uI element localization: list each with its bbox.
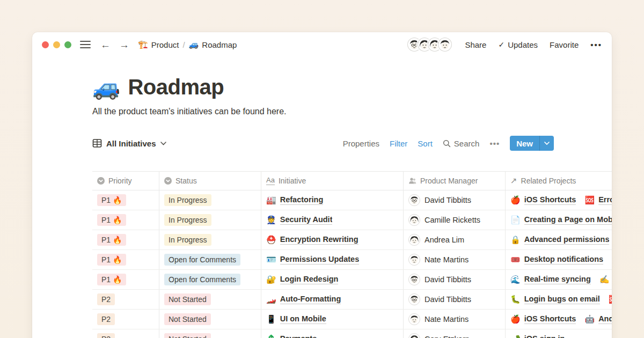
view-more-icon[interactable]: ••• bbox=[489, 139, 500, 148]
priority-cell[interactable]: P1 🔥 bbox=[92, 230, 159, 249]
status-cell[interactable]: In Progress bbox=[159, 210, 261, 230]
initiative-cell: 👮Security Audit bbox=[261, 210, 404, 230]
minimize-window-icon[interactable] bbox=[53, 41, 60, 48]
viewer-avatars[interactable] bbox=[407, 38, 452, 52]
person-chip[interactable]: David Tibbitts bbox=[408, 194, 471, 206]
related-page-link[interactable]: 📄Creating a Page on Mob bbox=[510, 215, 612, 225]
sidebar-menu-icon[interactable] bbox=[80, 41, 91, 48]
related-page-link[interactable]: 🆘 bbox=[609, 295, 612, 304]
initiative-page-link[interactable]: 🪪Permissions Updates bbox=[266, 255, 359, 264]
related-page-link[interactable]: 🆘Erro bbox=[584, 195, 612, 205]
initiative-page-link[interactable]: ⛑️Encryption Rewriting bbox=[266, 235, 358, 245]
sort-button[interactable]: Sort bbox=[418, 139, 433, 148]
forward-arrow-icon[interactable]: → bbox=[119, 40, 129, 50]
priority-cell[interactable]: P1 🔥 bbox=[92, 250, 159, 269]
viewer-avatar[interactable] bbox=[438, 38, 452, 52]
person-chip[interactable]: David Tibbitts bbox=[408, 274, 471, 285]
maximize-window-icon[interactable] bbox=[64, 41, 71, 48]
status-cell[interactable]: In Progress bbox=[159, 230, 261, 249]
table-row: P1 🔥In Progress⛑️Encryption RewritingAnd… bbox=[92, 230, 612, 250]
select-property-icon bbox=[97, 177, 105, 185]
priority-cell[interactable]: P1 🔥 bbox=[92, 270, 159, 289]
column-header-related-projects[interactable]: ↗Related Projects bbox=[506, 172, 612, 190]
related-projects-cell: 🔒Advanced permissions bbox=[506, 230, 612, 249]
status-pill: Not Started bbox=[164, 333, 211, 338]
back-arrow-icon[interactable]: ← bbox=[100, 40, 111, 50]
avatar bbox=[438, 38, 452, 52]
view-switcher[interactable]: All Initiatives bbox=[92, 138, 166, 148]
share-button[interactable]: Share bbox=[465, 40, 486, 49]
person-chip[interactable]: Nate Martins bbox=[408, 254, 469, 266]
filter-button[interactable]: Filter bbox=[390, 139, 407, 148]
initiative-cell: ⛑️Encryption Rewriting bbox=[261, 230, 404, 249]
related-page-link[interactable]: 🎟️Desktop notifications bbox=[510, 255, 603, 264]
priority-cell[interactable]: P1 🔥 bbox=[92, 210, 159, 230]
updates-button[interactable]: ✓ Updates bbox=[498, 40, 538, 49]
related-title: Login bugs on email bbox=[524, 295, 600, 304]
related-icon: 🍎 bbox=[510, 314, 521, 324]
column-header-product-manager[interactable]: Product Manager bbox=[404, 172, 506, 190]
avatar bbox=[408, 234, 420, 246]
initiative-title: Permissions Updates bbox=[280, 255, 359, 264]
initiative-page-link[interactable]: 👮Security Audit bbox=[266, 215, 332, 225]
related-page-link[interactable]: 🐛Login bugs on email bbox=[510, 295, 600, 304]
status-cell[interactable]: In Progress bbox=[159, 190, 261, 210]
priority-cell[interactable]: P2 bbox=[92, 329, 159, 338]
status-cell[interactable]: Open for Comments bbox=[159, 250, 261, 269]
person-chip[interactable]: Camille Ricketts bbox=[408, 214, 480, 226]
initiative-icon: 🏭 bbox=[266, 195, 276, 205]
priority-pill: P1 🔥 bbox=[97, 194, 126, 206]
related-page-link[interactable]: 🥕iOS sign in bbox=[510, 334, 565, 338]
more-options-icon[interactable]: ••• bbox=[590, 40, 602, 49]
person-chip[interactable]: Andrea Lim bbox=[408, 234, 464, 246]
initiative-page-link[interactable]: 🏎️Auto-Formatting bbox=[266, 295, 341, 304]
breadcrumb-item-product[interactable]: 🏗️ Product bbox=[138, 40, 179, 49]
related-page-link[interactable]: 🍎iOS Shortcuts bbox=[510, 195, 576, 205]
related-page-link[interactable]: 🌊Real-time syncing bbox=[510, 275, 591, 284]
new-button[interactable]: New bbox=[510, 136, 554, 151]
status-cell[interactable]: Open for Comments bbox=[159, 270, 261, 289]
properties-button[interactable]: Properties bbox=[343, 139, 379, 148]
page-content: 🚙 Roadmap All the product team's initiat… bbox=[32, 75, 612, 151]
related-page-link[interactable]: ✍️ bbox=[599, 275, 610, 284]
status-cell[interactable]: Not Started bbox=[159, 310, 261, 329]
initiative-cell: 📱UI on Mobile bbox=[261, 310, 404, 329]
initiative-page-link[interactable]: 💲Payments bbox=[266, 334, 317, 338]
related-title: Desktop notifications bbox=[524, 255, 603, 264]
column-header-status[interactable]: Status bbox=[159, 172, 261, 190]
person-name: David Tibbitts bbox=[425, 295, 471, 304]
priority-cell[interactable]: P2 bbox=[92, 310, 159, 329]
related-page-link[interactable]: 🍎iOS Shortcuts bbox=[510, 314, 576, 324]
initiative-cell: 🔐Login Redesign bbox=[261, 270, 404, 289]
status-cell[interactable]: Not Started bbox=[159, 329, 261, 338]
related-page-link[interactable]: 🤖And bbox=[584, 314, 612, 324]
view-name: All Initiatives bbox=[106, 139, 156, 148]
page-title[interactable]: Roadmap bbox=[128, 75, 224, 99]
person-chip[interactable]: Nate Martins bbox=[408, 313, 469, 325]
initiative-page-link[interactable]: 📱UI on Mobile bbox=[266, 314, 326, 324]
breadcrumb-item-roadmap[interactable]: 🚙 Roadmap bbox=[189, 40, 237, 49]
priority-cell[interactable]: P1 🔥 bbox=[92, 190, 159, 210]
page-description[interactable]: All the product team's initiatives can b… bbox=[92, 107, 612, 116]
car-icon: 🚙 bbox=[189, 40, 199, 49]
column-header-initiative[interactable]: AaInitiative bbox=[261, 172, 404, 190]
table-body: P1 🔥In Progress🏭RefactoringDavid Tibbitt… bbox=[92, 190, 612, 338]
person-name: David Tibbitts bbox=[425, 196, 471, 204]
new-dropdown-icon[interactable] bbox=[540, 136, 554, 151]
table-row: P1 🔥Open for Comments🪪Permissions Update… bbox=[92, 250, 612, 270]
avatar bbox=[408, 333, 420, 338]
person-chip[interactable]: David Tibbitts bbox=[408, 293, 471, 305]
search-button[interactable]: Search bbox=[443, 139, 480, 148]
favorite-button[interactable]: Favorite bbox=[550, 40, 579, 49]
initiative-page-link[interactable]: 🔐Login Redesign bbox=[266, 275, 338, 284]
initiative-page-link[interactable]: 🏭Refactoring bbox=[266, 195, 323, 205]
person-chip[interactable]: Cory Etzkorn bbox=[408, 333, 470, 338]
page-car-icon[interactable]: 🚙 bbox=[92, 76, 120, 99]
column-header-priority[interactable]: Priority bbox=[92, 172, 159, 190]
related-page-link[interactable]: 🔒Advanced permissions bbox=[510, 235, 609, 245]
close-window-icon[interactable] bbox=[42, 41, 49, 48]
status-cell[interactable]: Not Started bbox=[159, 290, 261, 309]
priority-cell[interactable]: P2 bbox=[92, 290, 159, 309]
breadcrumb-label: Product bbox=[151, 40, 179, 49]
avatar bbox=[408, 214, 420, 226]
